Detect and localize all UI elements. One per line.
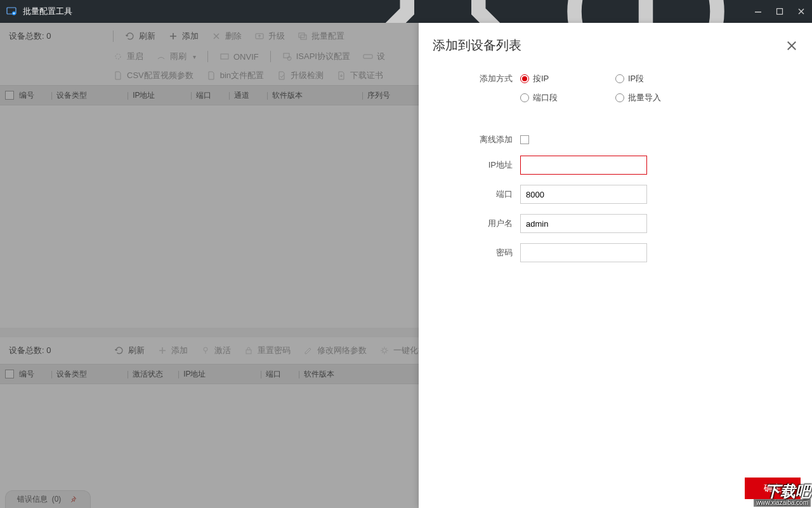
wiper-button[interactable]: 雨刷 ▾	[150, 47, 202, 66]
svg-rect-16	[363, 55, 372, 58]
bin-button[interactable]: bin文件配置	[200, 66, 270, 85]
csv-button[interactable]: CSV配置视频参数	[107, 66, 200, 85]
add-lower-button[interactable]: 添加	[151, 341, 194, 360]
delete-icon	[211, 31, 221, 41]
select-all-checkbox-lower[interactable]	[5, 370, 14, 378]
download-cert-button[interactable]: 下载证书	[330, 66, 390, 85]
edit-icon	[303, 345, 313, 356]
radio-port-range[interactable]: 端口段	[520, 92, 615, 104]
onvif-icon	[219, 51, 230, 62]
ip-label: IP地址	[438, 159, 520, 171]
batch-config-button[interactable]: 批量配置	[291, 27, 351, 46]
radio-icon	[615, 93, 624, 102]
pwd-label: 密码	[438, 247, 520, 258]
gear-icon	[379, 345, 390, 356]
user-label: 用户名	[438, 218, 520, 229]
svg-rect-13	[221, 54, 228, 59]
app-icon	[6, 6, 16, 17]
svg-rect-18	[246, 350, 251, 354]
panel-close-button[interactable]	[785, 39, 798, 52]
refresh-lower-button[interactable]: 刷新	[108, 341, 151, 360]
svg-rect-6	[777, 9, 783, 15]
modify-net-button[interactable]: 修改网络参数	[297, 341, 373, 360]
device-total-upper: 设备总数: 0	[6, 27, 108, 46]
onvif-button[interactable]: ONVIF	[213, 48, 265, 65]
svg-point-17	[204, 347, 207, 351]
isapi-button[interactable]: ISAPI协议配置	[276, 47, 357, 66]
plus-icon	[157, 345, 167, 356]
radio-icon	[520, 74, 529, 83]
add-mode-label: 添加方式	[438, 73, 520, 84]
lock-icon	[244, 345, 254, 356]
add-button[interactable]: 添加	[162, 27, 205, 46]
reset-pwd-button[interactable]: 重置密码	[237, 341, 297, 360]
pin-icon[interactable]	[70, 495, 79, 504]
keyboard-icon	[363, 51, 373, 62]
wiper-icon	[156, 51, 166, 62]
activate-button[interactable]: 激活	[194, 341, 237, 360]
close-icon[interactable]	[797, 7, 806, 16]
upgrade-button[interactable]: 升级	[248, 27, 291, 46]
titlebar: 批量配置工具	[0, 0, 812, 23]
chevron-down-icon: ▾	[193, 53, 196, 60]
upgrade-check-button[interactable]: 升级检测	[270, 66, 330, 85]
port-input[interactable]	[520, 185, 647, 204]
radio-ip-range[interactable]: IP段	[615, 73, 710, 84]
device-total-lower: 设备总数: 0	[6, 341, 108, 360]
radio-by-ip[interactable]: 按IP	[520, 73, 615, 84]
csv-icon	[113, 70, 123, 81]
svg-point-19	[383, 349, 386, 352]
watermark: 下载吧 www.xiazaiba.com	[754, 484, 811, 507]
refresh-button[interactable]: 刷新	[119, 27, 162, 46]
activate-icon	[200, 345, 211, 356]
radio-batch-import[interactable]: 批量导入	[615, 92, 710, 104]
restart-button[interactable]: 重启	[107, 47, 150, 66]
radio-icon	[520, 93, 529, 102]
isapi-icon	[282, 51, 292, 62]
download-icon	[336, 70, 346, 81]
offline-add-checkbox[interactable]	[520, 135, 529, 144]
restart-icon	[113, 51, 123, 62]
error-info-tab[interactable]: 错误信息 (0)	[5, 490, 91, 508]
offline-add-label: 离线添加	[438, 134, 520, 145]
check-icon	[277, 70, 287, 81]
refresh-icon	[114, 345, 124, 356]
app-title: 批量配置工具	[23, 6, 72, 17]
svg-rect-14	[284, 53, 289, 58]
username-input[interactable]	[520, 214, 647, 233]
refresh-icon	[125, 31, 135, 41]
password-input[interactable]	[520, 243, 647, 262]
select-all-checkbox[interactable]	[5, 91, 14, 100]
delete-button[interactable]: 删除	[205, 27, 248, 46]
port-label: 端口	[438, 189, 520, 200]
bin-icon	[206, 70, 216, 81]
upgrade-icon	[254, 31, 265, 41]
set-button[interactable]: 设	[357, 47, 391, 66]
add-device-panel: 添加到设备列表 添加方式 按IP IP段 端口段 批量导入 离线添加	[419, 23, 812, 508]
maximize-icon[interactable]	[775, 7, 784, 16]
batch-icon	[298, 31, 308, 41]
plus-icon	[168, 31, 178, 41]
panel-title: 添加到设备列表	[433, 37, 521, 54]
minimize-icon[interactable]	[754, 7, 763, 16]
radio-icon	[615, 74, 624, 83]
ip-input[interactable]	[520, 156, 647, 175]
svg-point-12	[115, 54, 121, 59]
